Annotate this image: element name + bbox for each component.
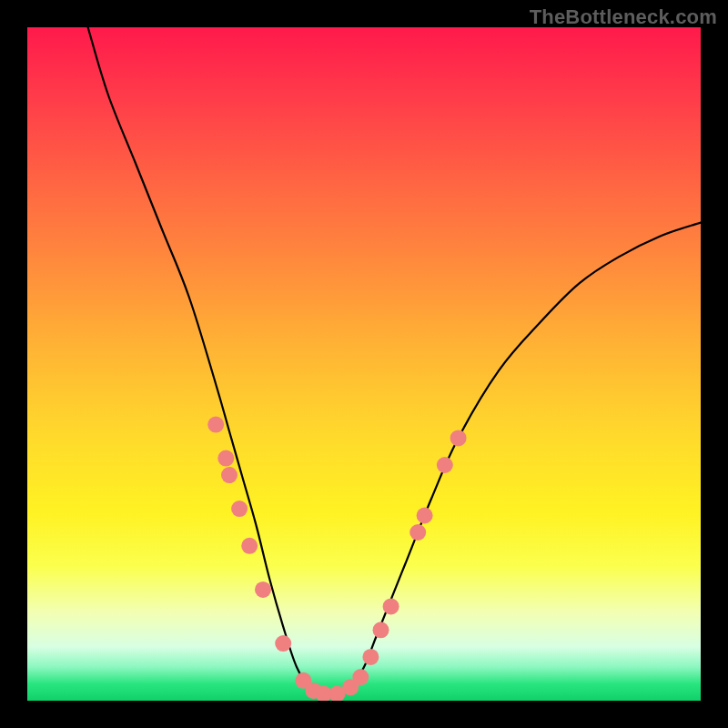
data-marker	[437, 457, 453, 473]
watermark-text: TheBottleneck.com	[530, 5, 717, 29]
data-marker	[221, 467, 238, 483]
data-marker	[241, 538, 258, 554]
data-marker	[362, 649, 379, 665]
data-marker	[217, 450, 234, 467]
data-marker	[231, 500, 248, 517]
data-marker	[255, 581, 271, 598]
data-marker	[352, 669, 369, 685]
data-marker	[275, 635, 291, 652]
chart-stage: TheBottleneck.com	[0, 0, 728, 728]
bottleneck-curve	[27, 27, 701, 701]
data-marker	[417, 508, 433, 524]
data-marker	[410, 524, 426, 541]
data-marker	[383, 598, 399, 614]
data-marker	[450, 430, 467, 446]
data-marker	[207, 417, 224, 433]
data-marker	[373, 622, 389, 638]
plot-area	[27, 27, 701, 701]
bottleneck-curve-path	[88, 27, 701, 695]
